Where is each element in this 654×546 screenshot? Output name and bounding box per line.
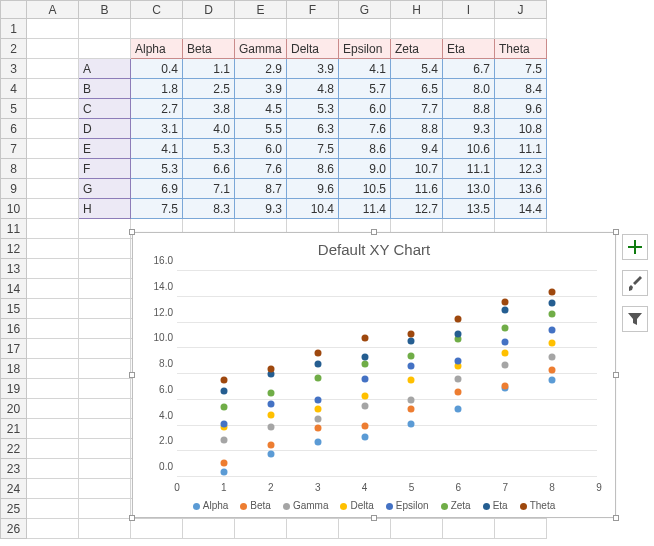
- cell[interactable]: 9.3: [235, 199, 287, 219]
- cell[interactable]: 5.5: [235, 119, 287, 139]
- cell[interactable]: [27, 99, 79, 119]
- col-header[interactable]: D: [183, 1, 235, 19]
- data-point[interactable]: [220, 421, 227, 428]
- cell[interactable]: Theta: [495, 39, 547, 59]
- data-point[interactable]: [549, 367, 556, 374]
- data-point[interactable]: [455, 405, 462, 412]
- cell[interactable]: [27, 459, 79, 479]
- cell[interactable]: 7.5: [287, 139, 339, 159]
- row-header[interactable]: 15: [1, 299, 27, 319]
- data-point[interactable]: [408, 377, 415, 384]
- data-point[interactable]: [549, 377, 556, 384]
- cell[interactable]: [495, 19, 547, 39]
- row-header[interactable]: 3: [1, 59, 27, 79]
- data-point[interactable]: [455, 389, 462, 396]
- resize-handle[interactable]: [129, 515, 135, 521]
- cell[interactable]: [79, 319, 131, 339]
- data-point[interactable]: [220, 404, 227, 411]
- row-header[interactable]: 7: [1, 139, 27, 159]
- cell[interactable]: [27, 359, 79, 379]
- cell[interactable]: 6.7: [443, 59, 495, 79]
- cell[interactable]: [27, 159, 79, 179]
- col-header[interactable]: H: [391, 1, 443, 19]
- data-point[interactable]: [549, 288, 556, 295]
- cell[interactable]: Zeta: [391, 39, 443, 59]
- row-header[interactable]: 4: [1, 79, 27, 99]
- cell[interactable]: E: [79, 139, 131, 159]
- cell[interactable]: 7.5: [131, 199, 183, 219]
- data-point[interactable]: [314, 425, 321, 432]
- resize-handle[interactable]: [613, 229, 619, 235]
- data-point[interactable]: [361, 376, 368, 383]
- data-point[interactable]: [408, 363, 415, 370]
- cell[interactable]: Alpha: [131, 39, 183, 59]
- data-point[interactable]: [361, 354, 368, 361]
- cell[interactable]: 11.4: [339, 199, 391, 219]
- legend-item[interactable]: Alpha: [193, 500, 229, 511]
- cell[interactable]: [27, 399, 79, 419]
- data-point[interactable]: [502, 324, 509, 331]
- data-point[interactable]: [314, 439, 321, 446]
- data-point[interactable]: [361, 403, 368, 410]
- legend-item[interactable]: Epsilon: [386, 500, 429, 511]
- data-point[interactable]: [267, 441, 274, 448]
- cell[interactable]: 5.3: [131, 159, 183, 179]
- cell[interactable]: 6.9: [131, 179, 183, 199]
- row-header[interactable]: 16: [1, 319, 27, 339]
- cell[interactable]: 4.8: [287, 79, 339, 99]
- row-header[interactable]: 19: [1, 379, 27, 399]
- cell[interactable]: 9.0: [339, 159, 391, 179]
- cell[interactable]: [79, 499, 131, 519]
- cell[interactable]: [27, 179, 79, 199]
- cell[interactable]: 6.5: [391, 79, 443, 99]
- cell[interactable]: 8.6: [339, 139, 391, 159]
- data-point[interactable]: [502, 306, 509, 313]
- cell[interactable]: 11.1: [495, 139, 547, 159]
- row-header[interactable]: 25: [1, 499, 27, 519]
- cell[interactable]: 3.8: [183, 99, 235, 119]
- row-header[interactable]: 5: [1, 99, 27, 119]
- cell[interactable]: [183, 519, 235, 539]
- cell[interactable]: Eta: [443, 39, 495, 59]
- cell[interactable]: [79, 439, 131, 459]
- cell[interactable]: 8.4: [495, 79, 547, 99]
- cell[interactable]: [183, 19, 235, 39]
- data-point[interactable]: [314, 416, 321, 423]
- cell[interactable]: [391, 519, 443, 539]
- cell[interactable]: [79, 519, 131, 539]
- cell[interactable]: [27, 19, 79, 39]
- cell[interactable]: A: [79, 59, 131, 79]
- cell[interactable]: 13.5: [443, 199, 495, 219]
- cell[interactable]: 10.4: [287, 199, 339, 219]
- cell[interactable]: [79, 39, 131, 59]
- cell[interactable]: Beta: [183, 39, 235, 59]
- col-header[interactable]: B: [79, 1, 131, 19]
- cell[interactable]: [131, 519, 183, 539]
- data-point[interactable]: [220, 436, 227, 443]
- data-point[interactable]: [314, 405, 321, 412]
- cell[interactable]: 8.0: [443, 79, 495, 99]
- cell[interactable]: [27, 319, 79, 339]
- chart-object[interactable]: Default XY Chart 0.02.04.06.08.010.012.0…: [132, 232, 616, 518]
- cell[interactable]: 7.7: [391, 99, 443, 119]
- cell[interactable]: 9.6: [287, 179, 339, 199]
- cell[interactable]: 7.1: [183, 179, 235, 199]
- cell[interactable]: 5.3: [183, 139, 235, 159]
- cell[interactable]: 5.7: [339, 79, 391, 99]
- row-header[interactable]: 13: [1, 259, 27, 279]
- data-point[interactable]: [408, 396, 415, 403]
- cell[interactable]: Epsilon: [339, 39, 391, 59]
- cell[interactable]: [79, 19, 131, 39]
- cell[interactable]: 2.5: [183, 79, 235, 99]
- data-point[interactable]: [267, 390, 274, 397]
- cell[interactable]: D: [79, 119, 131, 139]
- cell[interactable]: [27, 419, 79, 439]
- cell[interactable]: 8.8: [443, 99, 495, 119]
- data-point[interactable]: [455, 358, 462, 365]
- cell[interactable]: 4.1: [339, 59, 391, 79]
- resize-handle[interactable]: [129, 229, 135, 235]
- row-header[interactable]: 9: [1, 179, 27, 199]
- data-point[interactable]: [455, 331, 462, 338]
- cell[interactable]: 4.0: [183, 119, 235, 139]
- cell[interactable]: 6.0: [339, 99, 391, 119]
